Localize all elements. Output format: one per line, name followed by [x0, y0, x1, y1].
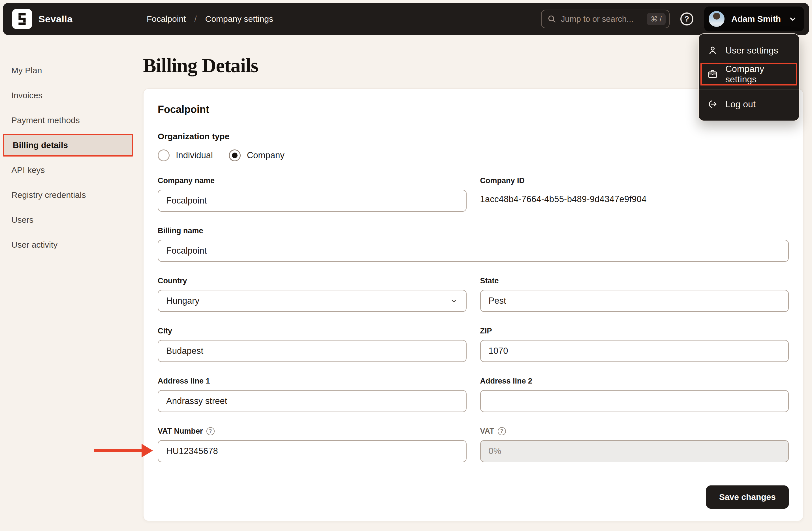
page-title: Billing Details [143, 54, 258, 77]
company-id-group: Company ID 1acc48b4-7664-4b55-b489-9d434… [480, 176, 789, 212]
country-group: Country Hungary [158, 277, 467, 312]
vat-number-label-text: VAT Number [158, 427, 203, 436]
organization-type-label: Organization type [158, 131, 789, 141]
country-selected-value: Hungary [166, 296, 199, 306]
country-select[interactable]: Hungary [158, 290, 467, 312]
company-id-value: 1acc48b4-7664-4b55-b489-9d4347e9f904 [480, 194, 789, 204]
billing-name-label: Billing name [158, 226, 789, 235]
briefcase-icon [707, 69, 718, 79]
breadcrumb-org[interactable]: Focalpoint [147, 14, 186, 24]
user-icon [707, 45, 718, 56]
billing-form-card: Focalpoint Organization type Individual … [143, 88, 803, 521]
annotation-arrow-line [94, 449, 142, 452]
settings-sidebar: My Plan Invoices Payment methods Billing… [3, 58, 133, 257]
billing-details-screen: Sevalla Focalpoint / Company settings Ju… [0, 0, 812, 531]
company-name-field[interactable]: Focalpoint [158, 190, 467, 212]
save-row: Save changes [158, 485, 789, 508]
country-label: Country [158, 277, 467, 285]
avatar [709, 11, 725, 27]
city-group: City Budapest [158, 327, 467, 362]
menu-item-label: User settings [725, 45, 778, 56]
annotation-arrow [94, 444, 153, 457]
sidebar-item-payment-methods[interactable]: Payment methods [3, 108, 133, 133]
vat-label: VAT ? [480, 427, 789, 436]
zip-group: ZIP 1070 [480, 327, 789, 362]
sidebar-item-registry-credentials[interactable]: Registry credentials [3, 182, 133, 207]
search-shortcut-badge: ⌘ / [647, 13, 666, 25]
breadcrumb: Focalpoint / Company settings [147, 3, 273, 35]
sidebar-item-user-activity[interactable]: User activity [3, 232, 133, 257]
sidebar-item-invoices[interactable]: Invoices [3, 83, 133, 108]
search-icon [547, 14, 556, 24]
address-line-1-label: Address line 1 [158, 377, 467, 385]
radio-option-individual[interactable]: Individual [158, 149, 213, 161]
sidebar-item-api-keys[interactable]: API keys [3, 158, 133, 182]
menu-item-log-out[interactable]: Log out [699, 92, 799, 116]
user-name: Adam Smith [731, 14, 781, 24]
menu-item-company-settings[interactable]: Company settings [699, 62, 799, 86]
topbar-right: Jump to or search... ⌘ / ? Adam Smith [541, 6, 804, 31]
sidebar-item-my-plan[interactable]: My Plan [3, 58, 133, 83]
search-input[interactable]: Jump to or search... ⌘ / [541, 10, 670, 28]
company-name-label: Company name [158, 176, 467, 185]
form-row-address: Address line 1 Andrassy street Address l… [158, 377, 789, 412]
radio-checked-icon[interactable] [229, 149, 241, 161]
menu-item-label: Company settings [725, 64, 791, 85]
company-name-group: Company name Focalpoint [158, 176, 467, 212]
logout-icon [707, 99, 718, 109]
state-label: State [480, 277, 789, 285]
address-line-2-label: Address line 2 [480, 377, 789, 385]
radio-unchecked-icon[interactable] [158, 149, 170, 161]
form-row-country-state: Country Hungary State Pest [158, 277, 789, 312]
pixel-s-glyph [16, 13, 28, 26]
vat-group: VAT ? 0% [480, 427, 789, 462]
radio-label: Company [247, 150, 285, 161]
address-line-1-field[interactable]: Andrassy street [158, 390, 467, 412]
breadcrumb-page[interactable]: Company settings [205, 14, 273, 24]
radio-label: Individual [176, 150, 213, 161]
vat-number-group: VAT Number ? HU12345678 [158, 427, 467, 462]
menu-item-label: Log out [725, 99, 756, 109]
vat-number-label: VAT Number ? [158, 427, 467, 436]
help-circle-icon[interactable]: ? [206, 427, 215, 435]
zip-field[interactable]: 1070 [480, 340, 789, 362]
sevalla-logo-icon [12, 9, 32, 29]
radio-dot [232, 152, 237, 158]
user-dropdown-menu: User settings Company settings [698, 33, 799, 121]
chevron-down-icon [450, 297, 458, 305]
company-id-label: Company ID [480, 176, 789, 185]
annotation-arrow-head [142, 444, 153, 457]
help-circle-icon[interactable]: ? [498, 427, 506, 435]
state-field[interactable]: Pest [480, 290, 789, 312]
billing-name-group: Billing name Focalpoint [158, 226, 789, 262]
state-group: State Pest [480, 277, 789, 312]
billing-name-field[interactable]: Focalpoint [158, 240, 789, 262]
menu-divider [699, 89, 799, 89]
sidebar-item-users[interactable]: Users [3, 207, 133, 232]
save-changes-button[interactable]: Save changes [706, 485, 789, 508]
vat-field-disabled: 0% [480, 440, 789, 462]
breadcrumb-separator: / [194, 14, 197, 24]
brand[interactable]: Sevalla [12, 9, 73, 29]
address-line-2-field[interactable] [480, 390, 789, 412]
user-menu-button[interactable]: Adam Smith [704, 6, 804, 31]
sidebar-item-billing-details[interactable]: Billing details [3, 134, 133, 157]
zip-label: ZIP [480, 327, 789, 335]
organization-type-options: Individual Company [158, 149, 789, 162]
company-title: Focalpoint [158, 104, 789, 116]
form-row-vat: VAT Number ? HU12345678 VAT ? 0% [158, 427, 789, 462]
form-row-company: Company name Focalpoint Company ID 1acc4… [158, 176, 789, 212]
address-line-2-group: Address line 2 [480, 377, 789, 412]
brand-name: Sevalla [39, 14, 73, 25]
radio-option-company[interactable]: Company [229, 149, 285, 161]
search-placeholder: Jump to or search... [561, 14, 642, 24]
city-label: City [158, 327, 467, 335]
menu-item-user-settings[interactable]: User settings [699, 39, 799, 62]
vat-number-field[interactable]: HU12345678 [158, 440, 467, 462]
top-bar: Sevalla Focalpoint / Company settings Ju… [3, 3, 809, 35]
help-button[interactable]: ? [680, 13, 693, 26]
form-row-city-zip: City Budapest ZIP 1070 [158, 327, 789, 362]
city-field[interactable]: Budapest [158, 340, 467, 362]
chevron-down-icon [788, 14, 798, 24]
address-line-1-group: Address line 1 Andrassy street [158, 377, 467, 412]
